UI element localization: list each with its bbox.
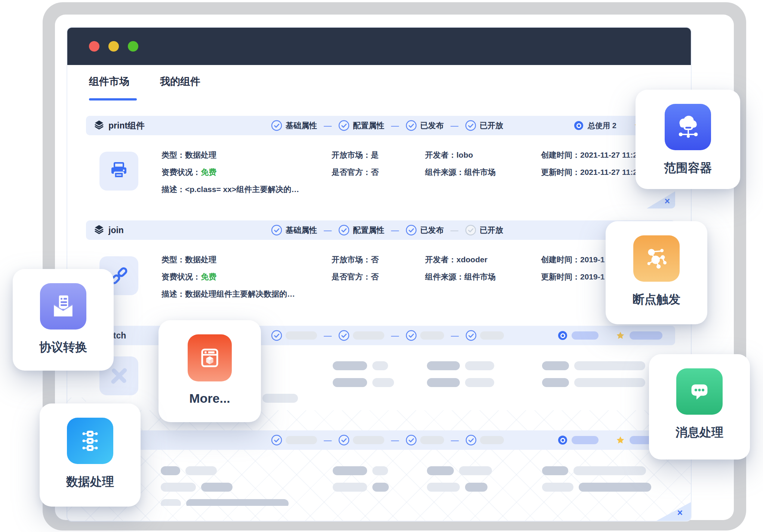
chip-more[interactable]: More... [159,320,261,422]
card-print-steps: 基础属性 — 配置属性 — 已发布 — 已开放 [271,116,503,135]
layers-icon [94,120,104,131]
maximize-window-icon[interactable] [128,41,138,52]
skeleton-row [333,483,389,492]
skeleton-row [427,483,487,492]
card-close-icon[interactable]: × [664,195,670,208]
close-window-icon[interactable] [89,41,99,52]
field-created: 创建时间：2021-11-27 11:2 [541,149,637,161]
check-circle-icon [406,434,417,446]
window-close-icon[interactable]: × [677,506,683,519]
chip-label: 消息处理 [676,424,723,441]
skeleton-row [333,466,388,475]
field-official: 是否官方：否 [332,167,379,178]
step-basic: 基础属性 [271,225,317,236]
step-basic: 基础属性 [271,120,317,131]
tab-my-components[interactable]: 我的组件 [160,75,200,88]
field-open-market: 开放市场：是 [332,149,379,161]
usage-eye-icon [558,436,567,445]
app-window: 组件市场 我的组件 print组件 基础属性 — 配置属性 — 已发布 — 已开… [67,27,692,522]
rating-skeleton [630,331,662,340]
step-dash: — [450,121,458,130]
field-desc: 描述：<p.class= xx>组件主要解决的… [161,184,299,195]
check-circle-icon [338,120,350,131]
skeleton-row [333,361,388,370]
chat-bubble-icon [676,368,723,415]
card-corner-decoration [647,191,675,208]
field-updated: 更新时间：2021-11-27 11:2 [541,167,637,178]
skeleton-row [542,466,646,475]
field-type: 类型：数据处理 [161,149,299,161]
step-skeleton [406,434,444,446]
step-dash: — [324,226,332,235]
card-skeleton-steps: — — — [271,430,504,450]
step-published: 已发布 [406,120,444,131]
step-skeleton [338,330,384,341]
step-dash: — [391,121,399,130]
field-fee: 资费状况：免费 [161,271,295,282]
cloud-network-icon [665,104,711,150]
step-dash: — [324,436,332,445]
chip-data-process[interactable]: 数据处理 [40,403,141,507]
usage-count: 总使用 2 [588,121,616,131]
step-skeleton [465,434,504,446]
usage-eye-icon [574,121,583,130]
step-skeleton [338,434,384,446]
star-icon [616,436,625,445]
card-join-header[interactable]: join 基础属性 — 配置属性 — 已发布 — 已开放 总使用 6 [86,220,675,240]
molecule-icon [633,235,680,282]
step-dash: — [324,331,332,340]
check-circle-icon [338,330,350,341]
skeleton-row [427,378,494,387]
field-source: 组件来源：组件市场 [425,271,496,282]
step-skeleton [465,330,504,341]
card-print-body[interactable]: 类型：数据处理 资费状况：免费 描述：<p.class= xx>组件主要解决的…… [86,135,675,208]
usage-skeleton [572,331,599,340]
chip-label: 数据处理 [66,474,114,490]
skeleton-row [161,483,233,492]
field-updated: 更新时间：2019-1 [541,271,604,282]
minimize-window-icon[interactable] [108,41,119,52]
chip-breakpoint-trigger[interactable]: 断点触发 [606,221,707,324]
check-circle-icon [465,120,476,131]
card-print-header[interactable]: print组件 基础属性 — 配置属性 — 已发布 — 已开放 总使用 2 总评 [86,116,675,135]
step-published: 已发布 [406,225,444,236]
step-config: 配置属性 [338,225,384,236]
step-skeleton [406,330,444,341]
data-nodes-icon [67,418,113,464]
star-icon [616,331,625,340]
skeleton-row [161,466,217,475]
field-type: 类型：数据处理 [161,254,295,265]
step-dash: — [451,331,459,340]
document-inbox-icon [40,283,86,330]
check-circle-icon [271,330,282,341]
step-dash: — [450,226,458,235]
step-config: 配置属性 [338,120,384,131]
active-tab-underline [89,98,137,100]
skeleton-row [427,466,492,475]
card-join-body[interactable]: 类型：数据处理 资费状况：免费 描述：数据处理组件主要解决数据的… 开放市场：否… [86,240,675,314]
check-circle-gray-icon [465,225,476,236]
chip-label: More... [189,391,230,406]
step-dash: — [391,331,399,340]
check-circle-icon [406,120,417,131]
step-dash: — [451,436,459,445]
step-dash: — [391,226,399,235]
skeleton-row [161,499,289,506]
chip-label: 断点触发 [633,291,680,308]
check-circle-icon [271,225,282,236]
chip-message-process[interactable]: 消息处理 [649,354,750,460]
step-open-pending: 已开放 [465,225,503,236]
field-desc: 描述：数据处理组件主要解决数据的… [161,288,295,300]
tab-component-market[interactable]: 组件市场 [89,75,129,88]
card-join-steps: 基础属性 — 配置属性 — 已发布 — 已开放 [271,220,503,240]
field-developer: 开发者：lobo [425,149,496,161]
card-skeleton-body[interactable] [86,450,675,506]
field-fee: 资费状况：免费 [161,167,299,178]
card-skeleton-header[interactable]: — — — [86,430,675,450]
field-source: 组件来源：组件市场 [425,167,496,178]
chip-scope-container[interactable]: 范围容器 [636,90,740,189]
step-dash: — [391,436,399,445]
check-circle-icon [406,330,417,341]
chip-protocol-convert[interactable]: 协议转换 [13,269,114,371]
check-circle-icon [465,330,477,341]
